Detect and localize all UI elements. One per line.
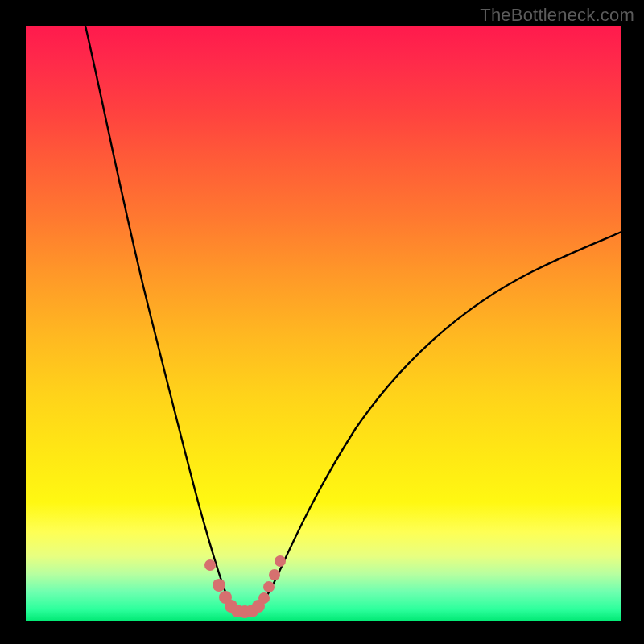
outer-frame: TheBottleneck.com	[0, 0, 644, 644]
curve-right-branch	[253, 232, 621, 614]
marker-dot	[258, 592, 270, 604]
marker-dot	[204, 559, 216, 571]
curve-left-branch	[85, 26, 239, 614]
marker-dot	[275, 555, 286, 567]
marker-dot	[263, 581, 275, 592]
watermark-text: TheBottleneck.com	[480, 5, 634, 26]
marker-dot	[213, 579, 225, 592]
chart-svg	[26, 26, 621, 621]
marker-dot	[269, 569, 280, 580]
